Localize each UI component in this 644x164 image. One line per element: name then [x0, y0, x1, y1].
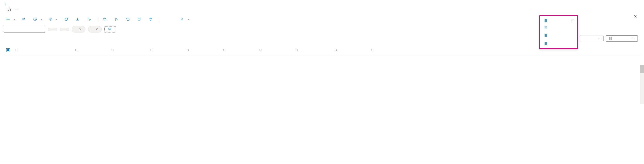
manage-view-button[interactable] [46, 16, 61, 22]
col-status[interactable]: ↑↓ [220, 46, 256, 54]
filter-plus-icon [108, 28, 111, 31]
add-filter-button[interactable] [104, 26, 116, 32]
list-icon [544, 42, 547, 45]
command-bar [4, 16, 640, 24]
wrench-icon [180, 17, 184, 21]
delete-button[interactable] [146, 16, 157, 22]
assign-tags-button[interactable] [100, 16, 111, 22]
sort-icon: ↑↓ [150, 48, 153, 51]
more-icon[interactable]: ··· [14, 8, 18, 12]
chevron-down-icon [187, 18, 189, 21]
chevron-down-icon [13, 18, 16, 21]
menu-change-tracking[interactable] [540, 24, 577, 32]
col-size[interactable]: ↑↓ [292, 46, 331, 54]
close-icon[interactable]: ✕ [96, 28, 98, 31]
col-location[interactable]: ↑↓ [183, 46, 220, 54]
select-all-checkbox[interactable] [6, 48, 10, 52]
svg-point-1 [50, 19, 51, 20]
filter-subscription[interactable] [48, 28, 57, 31]
tag-icon [103, 17, 107, 21]
chevron-down-icon [571, 19, 574, 22]
filter-location[interactable]: ✕ [88, 26, 102, 32]
reservations-button[interactable] [31, 16, 45, 22]
col-ip[interactable]: ↑↓ [331, 46, 368, 54]
col-type[interactable]: ↑↓ [72, 46, 108, 54]
chevron-down-icon [40, 18, 43, 21]
chevron-down-icon [632, 37, 635, 40]
services-dropdown [539, 15, 578, 49]
chevron-down-icon [56, 18, 58, 21]
trash-icon [149, 17, 152, 21]
svg-point-4 [104, 18, 105, 19]
restart-icon [126, 17, 130, 21]
stop-icon [137, 17, 141, 21]
stop-button[interactable] [135, 16, 145, 22]
col-name[interactable]: ↑↓ [12, 46, 72, 54]
filter-input[interactable] [4, 26, 45, 33]
plus-icon [6, 17, 10, 21]
filter-resource-group[interactable]: ✕ [72, 26, 85, 32]
grouping-dropdown[interactable] [580, 36, 604, 41]
col-os[interactable]: ↑↓ [256, 46, 292, 54]
sort-icon: ↑↓ [111, 48, 114, 51]
restart-button[interactable] [123, 16, 134, 22]
query-icon [87, 17, 91, 21]
separator [98, 17, 98, 22]
sort-icon: ↑↓ [75, 48, 78, 51]
close-icon[interactable]: ✕ [79, 28, 82, 31]
list-icon [544, 34, 547, 37]
list-icon [609, 37, 613, 40]
sort-icon: ↑↓ [334, 48, 337, 51]
separator [159, 17, 159, 22]
export-csv-button[interactable] [73, 16, 84, 22]
breadcrumb: › [4, 2, 640, 6]
col-subscription[interactable]: ↑↓ [108, 46, 147, 54]
filter-type[interactable] [60, 28, 69, 31]
swap-icon [22, 17, 25, 21]
sort-icon: ↑↓ [223, 48, 226, 51]
refresh-button[interactable] [62, 16, 72, 22]
refresh-icon [64, 17, 68, 21]
play-icon [114, 17, 118, 21]
download-icon [76, 17, 79, 21]
switch-classic-button[interactable] [19, 16, 30, 22]
sort-icon: ↑↓ [186, 48, 189, 51]
col-resource-group[interactable]: ↑↓ [147, 46, 183, 54]
start-button[interactable] [112, 16, 122, 22]
services-button[interactable] [540, 17, 577, 24]
pin-icon[interactable] [7, 8, 11, 12]
svg-rect-5 [138, 18, 140, 20]
chevron-down-icon [598, 37, 601, 40]
sort-icon: ↑↓ [371, 48, 374, 51]
menu-update-management[interactable] [540, 40, 577, 47]
sort-icon: ↑↓ [15, 48, 18, 51]
create-button[interactable] [4, 16, 18, 22]
chevron-right-icon: › [5, 2, 6, 6]
list-icon [544, 19, 547, 22]
sort-icon: ↑↓ [259, 48, 262, 51]
sort-icon: ↑↓ [295, 48, 298, 51]
maintenance-button[interactable] [178, 16, 192, 22]
menu-inventory[interactable] [540, 32, 577, 40]
gear-icon [49, 17, 52, 21]
list-icon [544, 26, 547, 30]
col-disks[interactable]: ↑↓ [368, 46, 388, 54]
list-view-dropdown[interactable] [606, 35, 638, 42]
clock-icon [33, 17, 37, 21]
open-query-button[interactable] [85, 16, 95, 22]
